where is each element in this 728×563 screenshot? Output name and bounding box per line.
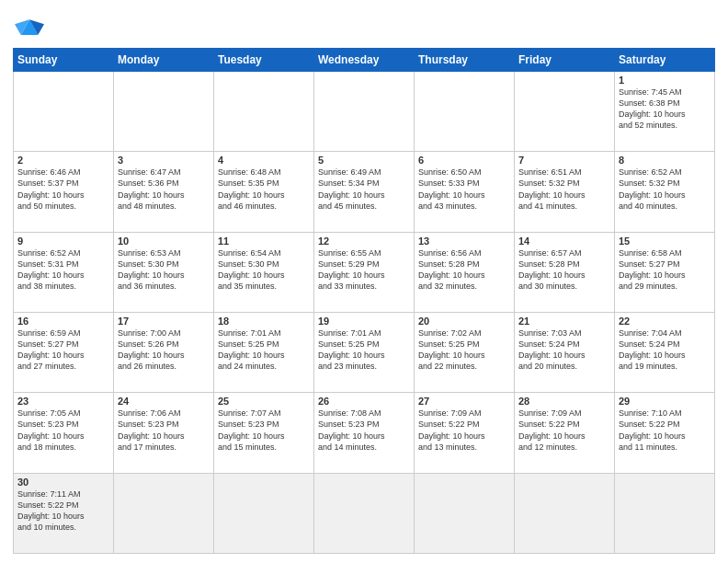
day-info: Sunrise: 7:01 AM Sunset: 5:25 PM Dayligh… xyxy=(218,327,310,373)
day-info: Sunrise: 7:08 AM Sunset: 5:23 PM Dayligh… xyxy=(318,408,410,453)
weekday-tuesday: Tuesday xyxy=(214,49,314,72)
calendar-cell xyxy=(615,473,715,553)
day-info: Sunrise: 7:45 AM Sunset: 6:38 PM Dayligh… xyxy=(619,86,711,132)
weekday-wednesday: Wednesday xyxy=(314,49,415,72)
day-info: Sunrise: 7:06 AM Sunset: 5:23 PM Dayligh… xyxy=(118,408,210,453)
week-row-6: 30Sunrise: 7:11 AM Sunset: 5:22 PM Dayli… xyxy=(14,473,715,553)
day-info: Sunrise: 6:54 AM Sunset: 5:30 PM Dayligh… xyxy=(218,247,310,293)
calendar-cell xyxy=(214,473,314,553)
day-number: 2 xyxy=(17,155,109,166)
calendar-cell xyxy=(314,72,415,152)
calendar-body: 1Sunrise: 7:45 AM Sunset: 6:38 PM Daylig… xyxy=(14,72,715,554)
day-number: 17 xyxy=(118,316,210,327)
day-info: Sunrise: 6:46 AM Sunset: 5:37 PM Dayligh… xyxy=(17,167,109,212)
day-number: 20 xyxy=(418,316,510,327)
day-info: Sunrise: 7:03 AM Sunset: 5:24 PM Dayligh… xyxy=(518,327,610,373)
day-info: Sunrise: 6:49 AM Sunset: 5:34 PM Dayligh… xyxy=(318,167,410,212)
day-number: 3 xyxy=(118,155,210,166)
calendar-cell: 20Sunrise: 7:02 AM Sunset: 5:25 PM Dayli… xyxy=(415,312,515,392)
day-info: Sunrise: 7:01 AM Sunset: 5:25 PM Dayligh… xyxy=(318,327,410,373)
calendar-cell: 16Sunrise: 6:59 AM Sunset: 5:27 PM Dayli… xyxy=(14,312,114,392)
calendar-cell: 13Sunrise: 6:56 AM Sunset: 5:28 PM Dayli… xyxy=(415,232,515,312)
day-info: Sunrise: 6:47 AM Sunset: 5:36 PM Dayligh… xyxy=(118,167,210,212)
week-row-3: 9Sunrise: 6:52 AM Sunset: 5:31 PM Daylig… xyxy=(14,232,715,312)
calendar-cell: 18Sunrise: 7:01 AM Sunset: 5:25 PM Dayli… xyxy=(214,312,314,392)
day-number: 25 xyxy=(218,396,310,407)
calendar-cell: 4Sunrise: 6:48 AM Sunset: 5:35 PM Daylig… xyxy=(214,152,314,232)
day-number: 18 xyxy=(218,316,310,327)
calendar-cell: 3Sunrise: 6:47 AM Sunset: 5:36 PM Daylig… xyxy=(114,152,214,232)
day-number: 4 xyxy=(218,155,310,166)
calendar-cell: 22Sunrise: 7:04 AM Sunset: 5:24 PM Dayli… xyxy=(615,312,715,392)
week-row-4: 16Sunrise: 6:59 AM Sunset: 5:27 PM Dayli… xyxy=(14,312,715,392)
logo-icon xyxy=(15,13,44,39)
weekday-thursday: Thursday xyxy=(415,49,515,72)
day-number: 10 xyxy=(118,236,210,247)
day-number: 24 xyxy=(118,396,210,407)
day-info: Sunrise: 7:09 AM Sunset: 5:22 PM Dayligh… xyxy=(418,408,510,453)
calendar-header: SundayMondayTuesdayWednesdayThursdayFrid… xyxy=(14,49,715,72)
calendar-cell: 1Sunrise: 7:45 AM Sunset: 6:38 PM Daylig… xyxy=(615,72,715,152)
day-number: 16 xyxy=(17,316,109,327)
logo xyxy=(13,13,46,42)
day-info: Sunrise: 6:53 AM Sunset: 5:30 PM Dayligh… xyxy=(118,247,210,293)
calendar-cell xyxy=(415,72,515,152)
day-number: 9 xyxy=(17,236,109,247)
calendar-cell: 12Sunrise: 6:55 AM Sunset: 5:29 PM Dayli… xyxy=(314,232,415,312)
day-info: Sunrise: 7:11 AM Sunset: 5:22 PM Dayligh… xyxy=(17,488,109,534)
day-number: 8 xyxy=(619,155,711,166)
week-row-1: 1Sunrise: 7:45 AM Sunset: 6:38 PM Daylig… xyxy=(14,72,715,152)
day-info: Sunrise: 7:05 AM Sunset: 5:23 PM Dayligh… xyxy=(17,408,109,453)
weekday-monday: Monday xyxy=(114,49,214,72)
day-info: Sunrise: 6:51 AM Sunset: 5:32 PM Dayligh… xyxy=(518,167,610,212)
header xyxy=(13,9,715,42)
day-info: Sunrise: 7:10 AM Sunset: 5:22 PM Dayligh… xyxy=(619,408,711,453)
calendar-cell: 10Sunrise: 6:53 AM Sunset: 5:30 PM Dayli… xyxy=(114,232,214,312)
day-info: Sunrise: 6:50 AM Sunset: 5:33 PM Dayligh… xyxy=(418,167,510,212)
week-row-5: 23Sunrise: 7:05 AM Sunset: 5:23 PM Dayli… xyxy=(14,393,715,473)
calendar-cell: 7Sunrise: 6:51 AM Sunset: 5:32 PM Daylig… xyxy=(515,152,615,232)
day-number: 15 xyxy=(619,236,711,247)
calendar-cell: 25Sunrise: 7:07 AM Sunset: 5:23 PM Dayli… xyxy=(214,393,314,473)
day-number: 5 xyxy=(318,155,410,166)
day-number: 7 xyxy=(518,155,610,166)
weekday-saturday: Saturday xyxy=(615,49,715,72)
calendar-cell: 29Sunrise: 7:10 AM Sunset: 5:22 PM Dayli… xyxy=(615,393,715,473)
day-number: 1 xyxy=(619,75,711,86)
day-number: 14 xyxy=(518,236,610,247)
day-number: 6 xyxy=(418,155,510,166)
weekday-friday: Friday xyxy=(515,49,615,72)
calendar-cell: 19Sunrise: 7:01 AM Sunset: 5:25 PM Dayli… xyxy=(314,312,415,392)
day-number: 30 xyxy=(17,477,109,488)
calendar-cell: 6Sunrise: 6:50 AM Sunset: 5:33 PM Daylig… xyxy=(415,152,515,232)
calendar-cell: 8Sunrise: 6:52 AM Sunset: 5:32 PM Daylig… xyxy=(615,152,715,232)
day-info: Sunrise: 7:04 AM Sunset: 5:24 PM Dayligh… xyxy=(619,327,711,373)
calendar-cell: 23Sunrise: 7:05 AM Sunset: 5:23 PM Dayli… xyxy=(14,393,114,473)
day-info: Sunrise: 6:48 AM Sunset: 5:35 PM Dayligh… xyxy=(218,167,310,212)
calendar-cell: 5Sunrise: 6:49 AM Sunset: 5:34 PM Daylig… xyxy=(314,152,415,232)
calendar-table: SundayMondayTuesdayWednesdayThursdayFrid… xyxy=(13,48,715,554)
day-number: 29 xyxy=(619,396,711,407)
day-info: Sunrise: 6:59 AM Sunset: 5:27 PM Dayligh… xyxy=(17,327,109,373)
week-row-2: 2Sunrise: 6:46 AM Sunset: 5:37 PM Daylig… xyxy=(14,152,715,232)
calendar-cell xyxy=(515,473,615,553)
day-number: 22 xyxy=(619,316,711,327)
calendar-cell: 30Sunrise: 7:11 AM Sunset: 5:22 PM Dayli… xyxy=(14,473,114,553)
day-number: 13 xyxy=(418,236,510,247)
weekday-sunday: Sunday xyxy=(14,49,114,72)
calendar-cell: 15Sunrise: 6:58 AM Sunset: 5:27 PM Dayli… xyxy=(615,232,715,312)
calendar-cell: 9Sunrise: 6:52 AM Sunset: 5:31 PM Daylig… xyxy=(14,232,114,312)
calendar-cell: 14Sunrise: 6:57 AM Sunset: 5:28 PM Dayli… xyxy=(515,232,615,312)
day-info: Sunrise: 7:09 AM Sunset: 5:22 PM Dayligh… xyxy=(518,408,610,453)
day-number: 11 xyxy=(218,236,310,247)
day-number: 23 xyxy=(17,396,109,407)
calendar-cell: 2Sunrise: 6:46 AM Sunset: 5:37 PM Daylig… xyxy=(14,152,114,232)
day-info: Sunrise: 7:02 AM Sunset: 5:25 PM Dayligh… xyxy=(418,327,510,373)
day-number: 27 xyxy=(418,396,510,407)
calendar-cell: 26Sunrise: 7:08 AM Sunset: 5:23 PM Dayli… xyxy=(314,393,415,473)
page: SundayMondayTuesdayWednesdayThursdayFrid… xyxy=(0,0,728,563)
calendar-cell: 24Sunrise: 7:06 AM Sunset: 5:23 PM Dayli… xyxy=(114,393,214,473)
calendar-cell: 21Sunrise: 7:03 AM Sunset: 5:24 PM Dayli… xyxy=(515,312,615,392)
day-info: Sunrise: 7:07 AM Sunset: 5:23 PM Dayligh… xyxy=(218,408,310,453)
day-info: Sunrise: 7:00 AM Sunset: 5:26 PM Dayligh… xyxy=(118,327,210,373)
